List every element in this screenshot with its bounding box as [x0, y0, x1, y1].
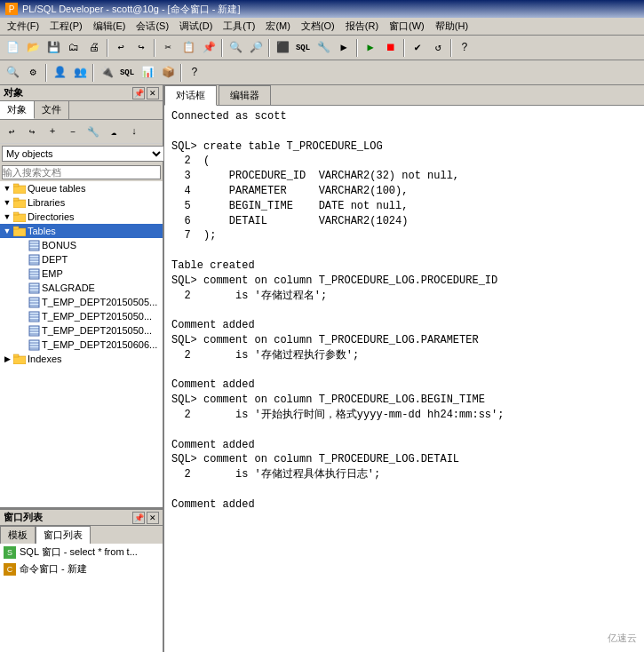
- tree-item[interactable]: ▼Queue tables: [0, 181, 163, 195]
- window-item-sql[interactable]: S SQL 窗口 - select * from t...: [0, 544, 163, 561]
- pin-icon[interactable]: 📌: [132, 87, 145, 99]
- tree-item-label: Tables: [28, 226, 56, 236]
- copy-btn[interactable]: 📋: [179, 38, 198, 58]
- tree-item[interactable]: ▼Directories: [0, 210, 163, 224]
- sql-output[interactable]: Connected as scott SQL> create table T_P…: [164, 106, 644, 652]
- download-icon[interactable]: ↓: [124, 122, 144, 141]
- run-btn[interactable]: ▶: [361, 38, 380, 58]
- tree-item[interactable]: ▼Libraries: [0, 195, 163, 210]
- tree-expand-icon[interactable]: [16, 254, 27, 265]
- schema-dropdown[interactable]: My objects: [2, 146, 164, 162]
- print-btn[interactable]: 🖨: [84, 38, 104, 58]
- tab-files[interactable]: 文件: [35, 101, 69, 119]
- app-icon: P: [5, 3, 18, 15]
- sep7: [450, 39, 452, 57]
- object-panel-header: 对象 📌 ✕: [0, 85, 163, 101]
- window-list-header: 窗口列表 📌 ✕: [0, 510, 163, 526]
- table-icon: [28, 338, 40, 351]
- open-btn[interactable]: 📂: [23, 38, 43, 58]
- menu-debug[interactable]: 调试(D): [174, 18, 218, 35]
- tree-expand-icon[interactable]: ▼: [2, 211, 12, 222]
- tree-expand-icon[interactable]: ▼: [2, 183, 12, 194]
- new-btn[interactable]: 📄: [3, 38, 22, 58]
- tree-expand-icon[interactable]: [16, 311, 27, 322]
- tree-item[interactable]: T_EMP_DEPT2015050...: [0, 309, 163, 323]
- search-tb-btn[interactable]: 🔍: [3, 63, 22, 83]
- db-btn[interactable]: ⬛: [273, 38, 292, 58]
- find-btn[interactable]: 🔍: [226, 38, 245, 58]
- tree-item[interactable]: T_EMP_DEPT20150505...: [0, 295, 163, 309]
- help2-btn[interactable]: ?: [185, 63, 204, 83]
- title-bar: P PL/SQL Developer - scott@10g - [命令窗口 -…: [0, 0, 644, 18]
- tree-expand-icon[interactable]: [16, 282, 27, 293]
- tab-window-list[interactable]: 窗口列表: [36, 526, 91, 544]
- wl-pin-icon[interactable]: 📌: [132, 512, 145, 524]
- tree-expand-icon[interactable]: [16, 268, 27, 279]
- redo-btn[interactable]: ↪: [131, 38, 151, 58]
- tree-item[interactable]: ▼Tables: [0, 224, 163, 238]
- tree-expand-icon[interactable]: [16, 240, 27, 250]
- tree-item[interactable]: BONUS: [0, 238, 163, 252]
- back-btn[interactable]: ↩: [2, 122, 21, 141]
- menu-macro[interactable]: 宏(M): [260, 18, 296, 35]
- remove-obj-btn[interactable]: –: [63, 122, 83, 141]
- tree-expand-icon[interactable]: [16, 297, 27, 307]
- tab-objects[interactable]: 对象: [0, 101, 35, 119]
- cmd-btn[interactable]: ▶: [334, 38, 354, 58]
- menu-project[interactable]: 工程(P): [44, 18, 88, 35]
- undo-btn[interactable]: ↩: [111, 38, 131, 58]
- right-panel: 对话框 编辑器 Connected as scott SQL> create t…: [164, 85, 644, 652]
- forward-btn[interactable]: ↪: [22, 122, 42, 141]
- object-panel: 对象 📌 ✕ 对象 文件 ↩ ↪ + – 🔧 ☁ ↓ My objec: [0, 85, 163, 510]
- table-btn[interactable]: 📊: [138, 63, 157, 83]
- tree-item[interactable]: SALGRADE: [0, 281, 163, 295]
- wl-close-icon[interactable]: ✕: [147, 512, 159, 524]
- person2-btn[interactable]: 👥: [70, 63, 90, 83]
- conn-btn[interactable]: 🔌: [97, 63, 116, 83]
- close-panel-icon[interactable]: ✕: [147, 87, 159, 99]
- tree-expand-icon[interactable]: ▶: [2, 354, 12, 364]
- tree-item[interactable]: DEPT: [0, 252, 163, 266]
- sql2-btn[interactable]: SQL: [117, 63, 137, 83]
- menu-reports[interactable]: 报告(R): [340, 18, 384, 35]
- menu-docs[interactable]: 文档(O): [296, 18, 340, 35]
- search-input[interactable]: [2, 165, 161, 179]
- tree-item[interactable]: ▶Indexes: [0, 352, 163, 366]
- rollback-btn[interactable]: ↺: [428, 38, 448, 58]
- settings-tb-btn[interactable]: ⚙: [23, 63, 43, 83]
- left-panel: 对象 📌 ✕ 对象 文件 ↩ ↪ + – 🔧 ☁ ↓ My objec: [0, 85, 164, 652]
- menu-session[interactable]: 会话(S): [131, 18, 174, 35]
- menu-help[interactable]: 帮助(H): [430, 18, 473, 35]
- menu-edit[interactable]: 编辑(E): [88, 18, 131, 35]
- proc2-btn[interactable]: 📦: [158, 63, 178, 83]
- tab-dialog[interactable]: 对话框: [164, 85, 217, 106]
- sql-btn[interactable]: SQL: [293, 38, 313, 58]
- tree-expand-icon[interactable]: ▼: [2, 226, 12, 236]
- add-obj-btn[interactable]: +: [43, 122, 62, 141]
- tree-expand-icon[interactable]: [16, 325, 27, 336]
- svg-rect-40: [13, 356, 26, 364]
- tab-templates[interactable]: 模板: [0, 526, 36, 544]
- save-all-btn[interactable]: 🗂: [64, 38, 83, 58]
- menu-tools[interactable]: 工具(T): [218, 18, 260, 35]
- tree-expand-icon[interactable]: ▼: [2, 197, 12, 208]
- cloud-icon[interactable]: ☁: [104, 122, 123, 141]
- stop-btn[interactable]: ⏹: [381, 38, 401, 58]
- help-btn[interactable]: ?: [455, 38, 474, 58]
- proc-btn[interactable]: 🔧: [314, 38, 333, 58]
- wrench-icon[interactable]: 🔧: [83, 122, 103, 141]
- tree-expand-icon[interactable]: [16, 339, 27, 350]
- tree-item[interactable]: T_EMP_DEPT2015050...: [0, 323, 163, 338]
- tab-editor[interactable]: 编辑器: [219, 85, 271, 105]
- find2-btn[interactable]: 🔎: [246, 38, 266, 58]
- commit-btn[interactable]: ✔: [408, 38, 427, 58]
- paste-btn[interactable]: 📌: [199, 38, 219, 58]
- tree-item[interactable]: EMP: [0, 266, 163, 281]
- cut-btn[interactable]: ✂: [158, 38, 178, 58]
- menu-window[interactable]: 窗口(W): [384, 18, 430, 35]
- tree-item[interactable]: T_EMP_DEPT20150606...: [0, 338, 163, 352]
- window-item-cmd[interactable]: C 命令窗口 - 新建: [0, 561, 163, 577]
- person-btn[interactable]: 👤: [50, 63, 69, 83]
- save-btn[interactable]: 💾: [44, 38, 63, 58]
- menu-file[interactable]: 文件(F): [2, 18, 44, 35]
